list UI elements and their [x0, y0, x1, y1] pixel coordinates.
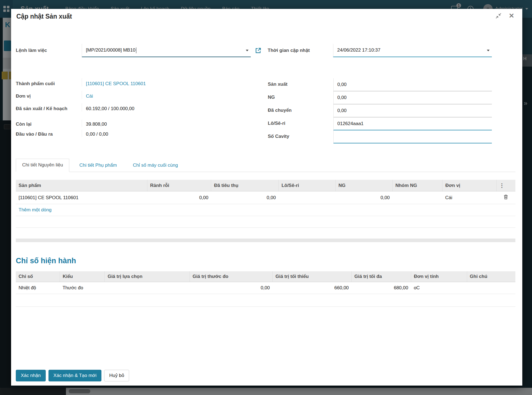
screen: Sản xuất Bảng điều khiển Sản xuất Lên kế…	[0, 0, 532, 395]
form-info-section: Thành phẩm cuối [110601] CE SPOOL 110601…	[16, 78, 515, 143]
table-options-icon[interactable]: ⋮	[496, 180, 515, 191]
production-label: Sản xuất	[266, 78, 333, 91]
material-product[interactable]: [110601] CE SPOOL 110601	[16, 191, 147, 204]
info-column: Thành phẩm cuối [110601] CE SPOOL 110601…	[16, 78, 266, 143]
indicators-header-row: Chỉ số Kiểu Giá trị lựa chọn Giá trị thư…	[16, 271, 515, 282]
indicator-measured[interactable]: 0,00	[190, 282, 272, 294]
col-indicator[interactable]: Chỉ số	[16, 271, 60, 282]
text-cursor	[136, 47, 136, 53]
input-output-label: Đầu vào / Đầu ra	[16, 130, 82, 137]
confirm-and-new-button[interactable]: Xác nhận & Tạo mới	[48, 370, 101, 381]
close-icon[interactable]: ✕	[509, 13, 514, 19]
indicator-min[interactable]: 660,00	[273, 282, 352, 294]
col-max-value[interactable]: Giá trị tối đa	[352, 271, 411, 282]
delete-row-button[interactable]	[496, 191, 515, 204]
lot-label: Lô/Sê-ri	[266, 117, 333, 130]
material-consumed[interactable]: 0,00	[211, 191, 278, 204]
work-order-input[interactable]: [MP/2021/00008] MB10	[82, 44, 251, 57]
material-lot[interactable]	[278, 191, 336, 204]
final-product-link[interactable]: [110601] CE SPOOL 110601	[86, 81, 146, 86]
uom-row: Đơn vị Cái	[16, 91, 266, 103]
material-row[interactable]: [110601] CE SPOOL 110601 0,00 0,00 0,00 …	[16, 191, 515, 204]
add-line-row: Thêm một dòng	[16, 204, 515, 216]
indicator-row[interactable]: Nhiệt độ Thước đo 0,00 660,00 680,00 oC	[16, 282, 515, 294]
col-ng-group[interactable]: Nhóm NG	[392, 180, 442, 191]
transferred-label: Đã chuyển	[266, 104, 333, 117]
fields-column: Sản xuất 0,00 NG 0,00 Đã chuyển 0,00	[266, 78, 516, 143]
produced-planned-label: Đã sản xuất / Kế hoạch	[16, 103, 82, 112]
indicator-selected[interactable]	[105, 282, 190, 294]
tab-machine-indicators[interactable]: Chỉ số máy cuối cùng	[127, 159, 184, 172]
empty-row	[16, 216, 515, 228]
col-uom[interactable]: Đơn vị	[443, 180, 497, 191]
indicators-table-wrap: Chỉ số Kiểu Giá trị lựa chọn Giá trị thư…	[16, 271, 515, 307]
produced-planned-row: Đã sản xuất / Kế hoạch 60.192,00 / 100.0…	[16, 103, 266, 120]
uom-link[interactable]: Cái	[86, 93, 93, 99]
modal-title: Cập nhật Sản xuất	[16, 13, 72, 20]
tab-byproducts[interactable]: Chi tiết Phụ phẩm	[73, 159, 123, 172]
col-ng[interactable]: NG	[336, 180, 393, 191]
current-indicators-heading: Chỉ số hiện hành	[16, 257, 515, 265]
material-ng-group[interactable]	[392, 191, 442, 204]
col-consumed[interactable]: Đã tiêu thụ	[211, 180, 278, 191]
final-product-label: Thành phẩm cuối	[16, 78, 82, 87]
trash-icon	[503, 194, 508, 199]
materials-table-wrap: Sản phẩm Rảnh rỗi Đã tiêu thụ Lô/Sê-ri N…	[16, 180, 515, 228]
material-free[interactable]: 0,00	[147, 191, 211, 204]
collapse-icon	[495, 13, 502, 19]
notebook-tabs: Chi tiết Nguyên liệu Chi tiết Phụ phẩm C…	[16, 159, 515, 172]
input-output-row: Đầu vào / Đầu ra 0,00 / 0,00	[16, 130, 266, 140]
indicators-table: Chỉ số Kiểu Giá trị lựa chọn Giá trị thư…	[16, 271, 515, 307]
add-line-link[interactable]: Thêm một dòng	[19, 207, 52, 212]
indicator-uom[interactable]: oC	[411, 282, 467, 294]
col-type[interactable]: Kiểu	[60, 271, 105, 282]
col-product[interactable]: Sản phẩm	[16, 180, 147, 191]
produced-planned-value: 60.192,00 / 100.000,00	[82, 103, 249, 112]
ng-field-row: NG 0,00	[266, 91, 516, 104]
production-input[interactable]: 0,00	[333, 78, 492, 91]
update-production-modal: Cập nhật Sản xuất ✕ Lệnh làm việc [MP/20…	[11, 9, 522, 386]
lot-input[interactable]: 012624aaa1	[333, 117, 492, 130]
col-free[interactable]: Rảnh rỗi	[147, 180, 211, 191]
uom-label: Đơn vị	[16, 91, 82, 99]
work-order-label: Lệnh làm việc	[16, 48, 82, 53]
form-top-row: Lệnh làm việc [MP/2021/00008] MB10 Thời …	[16, 44, 515, 57]
collapse-dialog-button[interactable]	[495, 13, 502, 19]
materials-header-row: Sản phẩm Rảnh rỗi Đã tiêu thụ Lô/Sê-ri N…	[16, 180, 515, 191]
material-ng[interactable]: 0,00	[336, 191, 393, 204]
remaining-label: Còn lại	[16, 120, 82, 127]
open-record-button[interactable]	[251, 47, 265, 54]
col-measured-value[interactable]: Giá trị thước đo	[190, 271, 272, 282]
dropdown-caret-icon[interactable]	[246, 50, 249, 51]
tab-materials[interactable]: Chi tiết Nguyên liệu	[16, 159, 69, 172]
ng-input[interactable]: 0,00	[333, 91, 492, 104]
indicator-max[interactable]: 680,00	[352, 282, 411, 294]
col-min-value[interactable]: Giá trị tối thiểu	[273, 271, 352, 282]
col-lot[interactable]: Lô/Sê-ri	[278, 180, 336, 191]
final-product-row: Thành phẩm cuối [110601] CE SPOOL 110601	[16, 78, 266, 91]
indicator-type[interactable]: Thước đo	[60, 282, 105, 294]
update-time-label: Thời gian cập nhật	[265, 48, 333, 53]
material-uom[interactable]: Cái	[443, 191, 497, 204]
lot-field-row: Lô/Sê-ri 012624aaa1	[266, 117, 516, 130]
cavity-input[interactable]	[333, 130, 492, 143]
empty-row	[16, 294, 515, 307]
indicator-note[interactable]	[467, 282, 515, 294]
indicator-name[interactable]: Nhiệt độ	[16, 282, 60, 294]
remaining-value: 39.808,00	[82, 120, 249, 127]
confirm-button[interactable]: Xác nhận	[16, 370, 46, 381]
table-scrollbar-track[interactable]	[16, 239, 515, 242]
materials-table: Sản phẩm Rảnh rỗi Đã tiêu thụ Lô/Sê-ri N…	[16, 180, 515, 228]
transferred-input[interactable]: 0,00	[333, 104, 492, 117]
col-note[interactable]: Ghi chú	[467, 271, 515, 282]
update-time-input[interactable]: 24/06/2022 17:10:37	[333, 44, 492, 57]
cavity-field-row: Số Cavity	[266, 130, 516, 143]
external-link-icon	[255, 47, 261, 54]
col-uom-name[interactable]: Đơn vị tính	[411, 271, 467, 282]
cancel-button[interactable]: Huỷ bỏ	[104, 370, 129, 381]
cavity-label: Số Cavity	[266, 130, 333, 143]
ng-label: NG	[266, 91, 333, 104]
remaining-row: Còn lại 39.808,00	[16, 120, 266, 130]
dropdown-caret-icon[interactable]	[487, 50, 490, 51]
col-selected-value[interactable]: Giá trị lựa chọn	[105, 271, 190, 282]
